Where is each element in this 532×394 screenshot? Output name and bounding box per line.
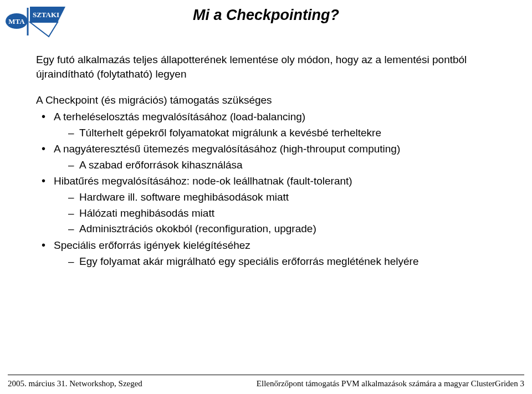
bullet-text: Speciális erőforrás igények kielégítéséh… <box>54 239 250 251</box>
sub-heading: A Checkpoint (és migrációs) támogatás sz… <box>36 93 499 108</box>
bullet-text: Hardware ill. software meghibásodások mi… <box>79 191 289 203</box>
bullet-text: Hibatűrés megvalósításához: node-ok leál… <box>54 175 352 187</box>
bullet-text: Adminisztrációs okokból (reconfiguration… <box>79 223 316 234</box>
list-item: Hardware ill. software meghibásodások mi… <box>68 190 499 204</box>
bullet-list: A terheléselosztás megvalósításához (loa… <box>42 110 499 268</box>
list-item: Túlterhelt gépekről folyamatokat migrálu… <box>68 126 499 140</box>
bullet-text: Hálózati meghibásodás miatt <box>79 207 214 219</box>
svg-marker-2 <box>30 22 58 37</box>
footer-left: 2005. március 31. Networkshop, Szeged <box>8 379 142 388</box>
list-item: A terheléselosztás megvalósításához (loa… <box>42 110 499 140</box>
slide: MTA SZTAKI Mi a Checkpointing? Egy futó … <box>0 0 532 394</box>
bullet-text: Egy folyamat akár migrálható egy speciál… <box>79 255 419 267</box>
slide-body: Egy futó alkalmazás teljes állapotteréne… <box>36 53 499 270</box>
bullet-text: Túlterhelt gépekről folyamatokat migrálu… <box>79 127 381 139</box>
bullet-text: A nagyáteresztésű ütemezés megvalósításá… <box>54 143 400 155</box>
list-item: A szabad erőforrások kihasználása <box>68 158 499 172</box>
bullet-text: A szabad erőforrások kihasználása <box>79 159 243 171</box>
list-item: Hibatűrés megvalósításához: node-ok leál… <box>42 174 499 236</box>
list-item: Egy folyamat akár migrálható egy speciál… <box>68 254 499 269</box>
list-item: Hálózati meghibásodás miatt <box>68 206 499 221</box>
list-item: Speciális erőforrás igények kielégítéséh… <box>42 238 499 268</box>
slide-title: Mi a Checkpointing? <box>0 7 532 24</box>
list-item: Adminisztrációs okokból (reconfiguration… <box>68 222 499 236</box>
intro-paragraph: Egy futó alkalmazás teljes állapotteréne… <box>36 53 499 81</box>
list-item: A nagyáteresztésű ütemezés megvalósításá… <box>42 142 499 172</box>
footer: 2005. március 31. Networkshop, Szeged El… <box>8 375 524 388</box>
bullet-text: A terheléselosztás megvalósításához (loa… <box>54 111 305 122</box>
footer-right: Ellenőrzőpont támogatás PVM alkalmazások… <box>257 379 524 388</box>
